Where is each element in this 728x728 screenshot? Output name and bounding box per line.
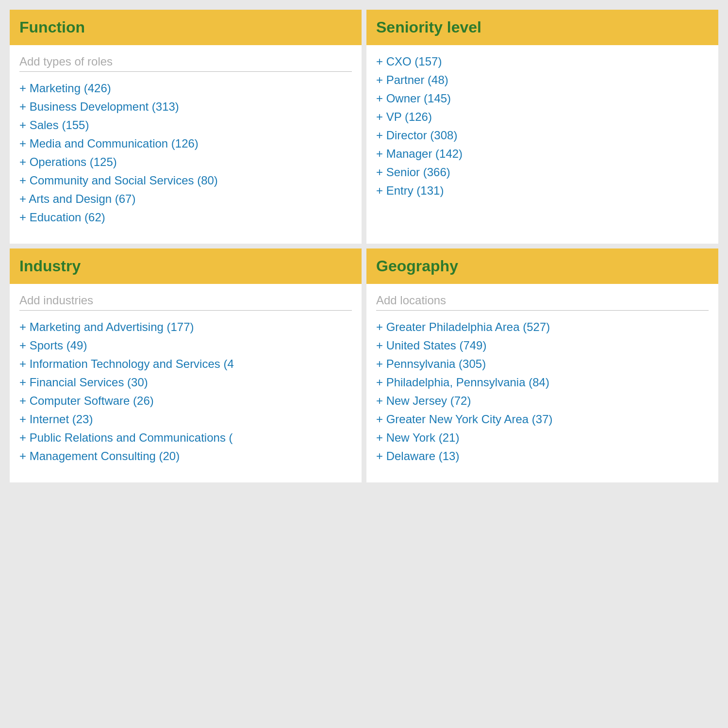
list-item[interactable]: + United States (749) [376,339,709,352]
list-item[interactable]: + Internet (23) [19,413,352,426]
list-item[interactable]: + Entry (131) [376,184,709,198]
seniority-body: + CXO (157)+ Partner (48)+ Owner (145)+ … [366,45,718,217]
seniority-title: Seniority level [376,18,481,36]
list-item[interactable]: + Director (308) [376,129,709,142]
seniority-header: Seniority level [366,10,718,45]
list-item[interactable]: + Management Consulting (20) [19,449,352,463]
list-item[interactable]: + Sports (49) [19,339,352,352]
industry-title: Industry [19,257,81,275]
function-items: + Marketing (426)+ Business Development … [19,82,352,224]
industry-divider [19,310,352,311]
list-item[interactable]: + Marketing (426) [19,82,352,95]
list-item[interactable]: + Sales (155) [19,118,352,132]
list-item[interactable]: + Delaware (13) [376,449,709,463]
list-item[interactable]: + Media and Communication (126) [19,137,352,150]
industry-body: Add industries + Marketing and Advertisi… [10,284,362,482]
list-item[interactable]: + Greater Philadelphia Area (527) [376,320,709,334]
seniority-panel: Seniority level + CXO (157)+ Partner (48… [366,10,718,244]
list-item[interactable]: + Greater New York City Area (37) [376,413,709,426]
list-item[interactable]: + Education (62) [19,211,352,224]
list-item[interactable]: + Financial Services (30) [19,376,352,389]
list-item[interactable]: + Pennsylvania (305) [376,357,709,371]
list-item[interactable]: + New York (21) [376,431,709,445]
list-item[interactable]: + Information Technology and Services (4 [19,357,352,371]
main-container: Function Add types of roles + Marketing … [10,10,718,482]
geography-body: Add locations + Greater Philadelphia Are… [366,284,718,482]
list-item[interactable]: + Senior (366) [376,165,709,179]
geography-header: Geography [366,248,718,284]
geography-items: + Greater Philadelphia Area (527)+ Unite… [376,320,709,463]
geography-title: Geography [376,257,458,275]
industry-panel: Industry Add industries + Marketing and … [10,248,362,482]
list-item[interactable]: + Philadelphia, Pennsylvania (84) [376,376,709,389]
list-item[interactable]: + Marketing and Advertising (177) [19,320,352,334]
function-panel: Function Add types of roles + Marketing … [10,10,362,244]
function-header: Function [10,10,362,45]
geography-panel: Geography Add locations + Greater Philad… [366,248,718,482]
list-item[interactable]: + Owner (145) [376,92,709,105]
seniority-items: + CXO (157)+ Partner (48)+ Owner (145)+ … [376,55,709,198]
industry-items: + Marketing and Advertising (177)+ Sport… [19,320,352,463]
list-item[interactable]: + Operations (125) [19,155,352,169]
list-item[interactable]: + New Jersey (72) [376,394,709,408]
list-item[interactable]: + Public Relations and Communications ( [19,431,352,445]
list-item[interactable]: + CXO (157) [376,55,709,68]
industry-header: Industry [10,248,362,284]
geography-divider [376,310,709,311]
list-item[interactable]: + Community and Social Services (80) [19,174,352,187]
list-item[interactable]: + Manager (142) [376,147,709,161]
function-title: Function [19,18,85,36]
list-item[interactable]: + Arts and Design (67) [19,192,352,206]
function-divider [19,71,352,72]
list-item[interactable]: + Partner (48) [376,73,709,87]
function-body: Add types of roles + Marketing (426)+ Bu… [10,45,362,244]
list-item[interactable]: + Computer Software (26) [19,394,352,408]
list-item[interactable]: + Business Development (313) [19,100,352,114]
geography-placeholder[interactable]: Add locations [376,294,709,307]
list-item[interactable]: + VP (126) [376,110,709,124]
industry-placeholder[interactable]: Add industries [19,294,352,307]
function-placeholder[interactable]: Add types of roles [19,55,352,68]
